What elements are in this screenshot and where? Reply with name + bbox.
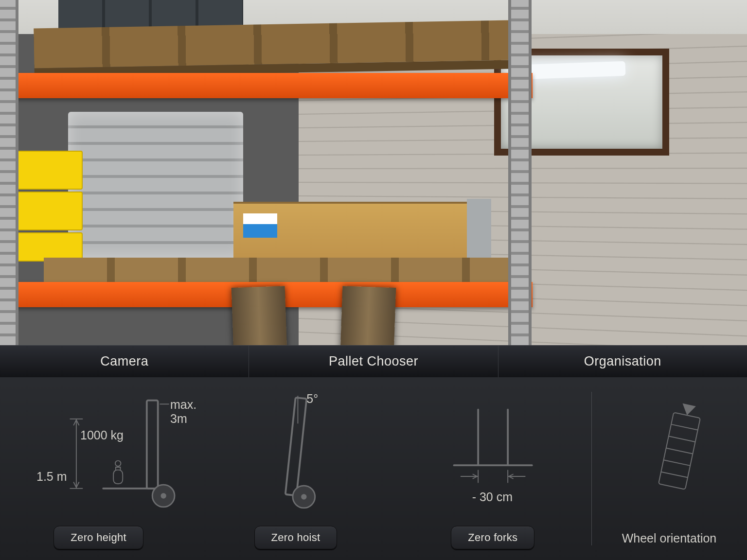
svg-rect-4 [147,401,158,489]
wheel-orientation-label: Wheel orientation [622,531,717,545]
tab-bar: Camera Pallet Chooser Organisation [0,345,747,377]
height-reading: 1.5 m [36,470,67,484]
svg-line-23 [666,448,693,454]
svg-point-8 [115,461,121,466]
control-panel: 1000 kg max. 3m 1.5 m Zero height 5° Zer… [0,377,747,560]
zero-height-button[interactable]: Zero height [53,526,143,549]
tilt-reading: 5° [306,392,318,406]
zero-hoist-button[interactable]: Zero hoist [254,526,338,549]
wheel-orientation-icon [591,377,747,529]
svg-line-25 [661,472,688,478]
camera-feed [0,0,747,345]
fork-spread-reading: - 30 cm [472,490,513,504]
forklift-height-icon [0,377,197,516]
wheel-widget: Wheel orientation [591,377,747,560]
tab-camera[interactable]: Camera [0,346,249,377]
zero-forks-button[interactable]: Zero forks [451,526,534,549]
svg-point-7 [160,493,166,498]
svg-line-24 [663,460,690,466]
svg-point-12 [301,494,306,499]
hoist-tilt-icon [197,377,394,516]
height-widget: 1000 kg max. 3m 1.5 m Zero height [0,377,197,560]
svg-rect-10 [285,398,307,495]
tab-pallet-chooser[interactable]: Pallet Chooser [249,346,498,377]
hoist-widget: 5° Zero hoist [197,377,394,560]
tab-organisation[interactable]: Organisation [498,346,747,377]
forks-widget: - 30 cm Zero forks [394,377,591,560]
svg-line-22 [669,436,695,442]
svg-line-21 [671,424,698,430]
load-reading: 1000 kg [80,428,124,442]
max-height-reading: max. 3m [170,398,197,426]
